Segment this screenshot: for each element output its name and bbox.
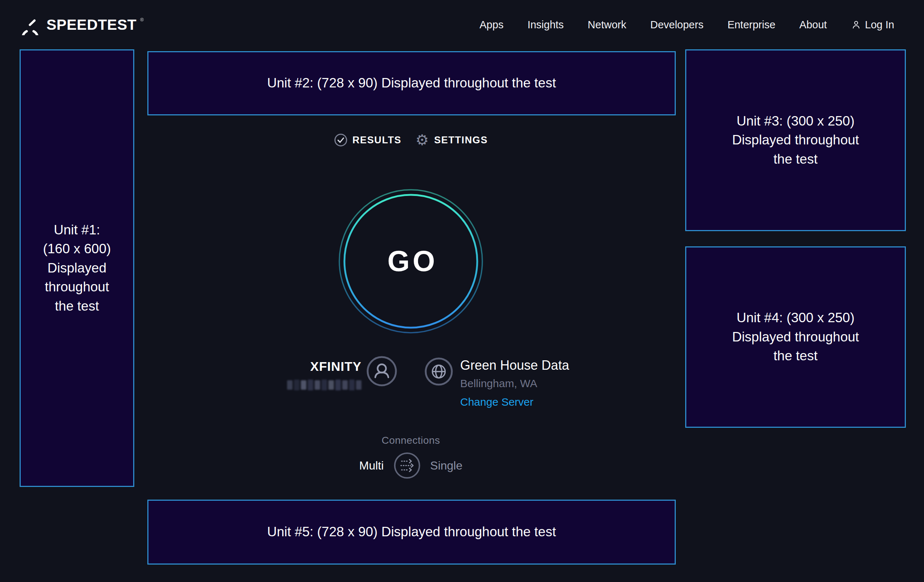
nav-item-developers[interactable]: Developers xyxy=(639,19,716,31)
top-nav: SPEEDTEST ® Apps Insights Network Develo… xyxy=(0,0,924,49)
ad-unit-2-text: Unit #2: (728 x 90) Displayed throughout… xyxy=(267,74,556,93)
tab-settings-label: SETTINGS xyxy=(434,135,488,146)
tab-results[interactable]: RESULTS xyxy=(334,133,401,147)
login-label: Log In xyxy=(865,19,894,31)
speedtest-gauge-icon xyxy=(20,14,41,35)
server-name: Green House Data xyxy=(460,358,569,373)
ad-unit-3[interactable]: Unit #3: (300 x 250)Displayed throughout… xyxy=(685,49,906,231)
ad-unit-1-text: Unit #1:(160 x 600)Displayedthroughoutth… xyxy=(43,221,111,316)
check-circle-icon xyxy=(334,133,348,147)
login-button[interactable]: Log In xyxy=(839,19,894,31)
brand-logo[interactable]: SPEEDTEST ® xyxy=(20,14,146,35)
connections-label: Connections xyxy=(381,435,440,446)
redacted-ip xyxy=(287,379,361,391)
multi-connection-toggle-icon[interactable] xyxy=(393,452,421,479)
go-button[interactable]: GO xyxy=(335,185,487,338)
ad-unit-2[interactable]: Unit #2: (728 x 90) Displayed throughout… xyxy=(147,51,676,115)
server-globe-icon xyxy=(425,358,453,387)
isp-avatar-icon xyxy=(366,356,397,388)
go-label: GO xyxy=(335,185,487,338)
user-icon xyxy=(851,19,861,30)
change-server-link[interactable]: Change Server xyxy=(460,396,569,408)
nav-item-about[interactable]: About xyxy=(787,19,839,31)
nav-item-enterprise[interactable]: Enterprise xyxy=(715,19,787,31)
trademark-mark: ® xyxy=(140,17,144,23)
nav-item-insights[interactable]: Insights xyxy=(515,19,576,31)
server-location: Bellingham, WA xyxy=(460,378,569,390)
ad-unit-4[interactable]: Unit #4: (300 x 250)Displayed throughout… xyxy=(685,246,906,428)
connections-toggle-row: Multi Single xyxy=(359,452,463,479)
tab-results-label: RESULTS xyxy=(352,135,401,146)
ad-unit-5[interactable]: Unit #5: (728 x 90) Displayed throughout… xyxy=(147,500,676,565)
nav-item-network[interactable]: Network xyxy=(576,19,638,31)
ad-unit-4-text: Unit #4: (300 x 250)Displayed throughout… xyxy=(732,308,859,366)
ad-unit-5-text: Unit #5: (728 x 90) Displayed throughout… xyxy=(267,523,556,542)
tab-settings[interactable]: ⚙ SETTINGS xyxy=(415,133,488,147)
nav-item-apps[interactable]: Apps xyxy=(467,19,515,31)
brand-name: SPEEDTEST xyxy=(46,16,137,33)
gear-icon: ⚙ xyxy=(415,133,429,147)
server-info: Green House Data Bellingham, WA Change S… xyxy=(460,358,569,408)
ad-unit-1[interactable]: Unit #1:(160 x 600)Displayedthroughoutth… xyxy=(20,49,134,487)
ad-unit-3-text: Unit #3: (300 x 250)Displayed throughout… xyxy=(732,112,859,169)
view-tabs: RESULTS ⚙ SETTINGS xyxy=(334,132,488,148)
isp-name: XFINITY xyxy=(310,359,361,374)
primary-nav: Apps Insights Network Developers Enterpr… xyxy=(467,19,894,31)
connections-single-option[interactable]: Single xyxy=(430,459,462,472)
connections-multi-option[interactable]: Multi xyxy=(359,459,384,472)
